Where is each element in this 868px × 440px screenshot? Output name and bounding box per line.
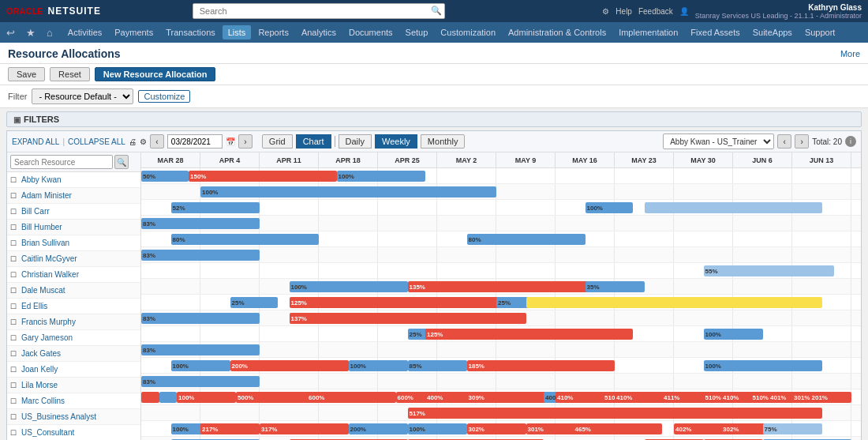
resource-name[interactable]: Bill Humber [20,223,140,231]
info-icon[interactable]: i [845,136,856,147]
gantt-bar[interactable]: 80% [467,234,586,245]
gantt-bar[interactable]: 35% [586,281,645,292]
resource-checkbox[interactable]: ☐ [7,429,20,437]
resource-name[interactable]: Gary Jameson [20,333,140,342]
print-icon[interactable]: 🖨 [129,137,137,146]
gantt-bar[interactable]: 100% [704,329,763,340]
resource-checkbox[interactable]: ☐ [7,239,20,247]
gantt-bar[interactable]: 185% [467,360,615,371]
resource-checkbox[interactable]: ☐ [7,334,20,342]
gantt-bar[interactable]: 125% [290,297,526,308]
resource-search-button[interactable]: 🔍 [114,155,129,169]
resource-prev-button[interactable]: ‹ [777,134,791,149]
gantt-bar[interactable]: 200% [349,423,408,434]
gantt-bar[interactable]: 100% [177,392,236,403]
menu-transactions[interactable]: Transactions [160,25,221,39]
menu-implementation[interactable]: Implementation [613,25,683,39]
more-link[interactable]: More [840,49,860,58]
gantt-bar[interactable]: 302% [467,423,526,434]
star-icon[interactable]: ★ [23,25,39,40]
expand-all-button[interactable]: EXPAND ALL [12,137,59,146]
resource-checkbox[interactable]: ☐ [7,287,20,295]
menu-documents[interactable]: Documents [343,25,398,39]
gantt-bar[interactable]: 309% [467,392,556,403]
resource-checkbox[interactable]: ☐ [7,413,20,421]
gantt-bar[interactable]: 50% [141,171,189,182]
gantt-bar[interactable]: 137% [290,313,526,324]
resource-name[interactable]: US_Business Analyst [20,412,140,421]
gantt-bar[interactable]: 317% [260,423,349,434]
resource-checkbox[interactable]: ☐ [7,318,20,326]
gantt-bar[interactable]: 150% [189,171,337,182]
resource-checkbox[interactable]: ☐ [7,224,20,231]
settings-icon[interactable]: ⚙ [602,7,609,16]
resource-name[interactable]: Bill Carr [20,207,140,216]
menu-fixed-assets[interactable]: Fixed Assets [685,25,745,39]
tab-monthly[interactable]: Monthly [421,134,466,149]
resource-checkbox[interactable]: ☐ [7,208,20,216]
resource-search-input[interactable] [10,155,113,169]
help-link[interactable]: Help [615,7,632,16]
resource-name[interactable]: Abby Kwan [20,175,140,184]
gantt-bar[interactable]: 85% [408,360,467,371]
resource-checkbox[interactable]: ☐ [7,350,20,358]
gantt-bar[interactable]: 83% [141,218,260,229]
gantt-bar[interactable]: 217% [200,423,260,434]
resource-name[interactable]: Caitlin McGyver [20,254,140,263]
resource-dropdown[interactable]: Abby Kwan - US_Trainer [663,134,774,149]
resource-name[interactable]: Jack Gates [20,349,140,358]
gantt-next-button[interactable]: › [238,134,253,149]
settings-gantt-icon[interactable]: ⚙ [140,137,147,146]
gantt-bar[interactable] [141,392,159,403]
menu-suiteapps[interactable]: SuiteApps [747,25,798,39]
gantt-bar[interactable]: 600% [307,392,396,403]
resource-name[interactable]: Dale Muscat [20,286,140,295]
search-input[interactable] [193,3,445,19]
gantt-bar[interactable] [526,297,822,308]
tab-grid[interactable]: Grid [262,134,293,149]
menu-reports[interactable]: Reports [253,25,294,39]
resource-checkbox[interactable]: ☐ [7,176,20,184]
resource-name[interactable]: Adam Minister [20,191,140,200]
menu-support[interactable]: Support [799,25,841,39]
resource-checkbox[interactable]: ☐ [7,255,20,263]
gantt-bar[interactable]: 80% [171,234,320,245]
menu-analytics[interactable]: Analytics [296,25,342,39]
resource-name[interactable]: US_Consultant [20,428,140,437]
house-icon[interactable]: ⌂ [43,25,56,40]
home-icon[interactable]: ↩ [3,25,18,40]
save-button[interactable]: Save [8,67,45,81]
tab-chart[interactable]: Chart [296,134,331,149]
menu-customization[interactable]: Customization [435,25,501,39]
gantt-bar[interactable]: 465% [574,423,663,434]
resource-name[interactable]: Marc Collins [20,397,140,405]
resource-name[interactable]: Christian Walker [20,270,140,279]
gantt-bar[interactable]: 75% [763,423,822,434]
gantt-bar[interactable]: 83% [141,376,260,387]
resource-name[interactable]: Francis Murphy [20,318,140,326]
gantt-bar[interactable]: 52% [171,202,260,213]
gantt-bar[interactable]: 100% [408,423,467,434]
gantt-bar[interactable]: 135% [408,281,615,292]
gantt-bar[interactable] [645,202,822,213]
gantt-bar[interactable]: 517% [408,408,822,419]
gantt-bar[interactable]: 25% [230,297,278,308]
gantt-bar[interactable] [159,392,178,403]
gantt-bar[interactable]: 200% [230,360,349,371]
menu-activities[interactable]: Activities [62,25,107,39]
gantt-bar[interactable]: 125% [425,329,633,340]
gantt-bar[interactable]: 55% [704,265,834,276]
menu-admin[interactable]: Administration & Controls [503,25,612,39]
feedback-link[interactable]: Feedback [638,7,673,16]
menu-payments[interactable]: Payments [109,25,159,39]
gantt-bar[interactable]: 83% [141,344,260,355]
resource-checkbox[interactable]: ☐ [7,366,20,374]
gantt-bar[interactable]: 83% [141,250,260,261]
resource-checkbox[interactable]: ☐ [7,382,20,389]
gantt-prev-button[interactable]: ‹ [150,134,164,149]
resource-checkbox[interactable]: ☐ [7,271,20,279]
tab-daily[interactable]: Daily [339,134,372,149]
gantt-bar[interactable]: 83% [141,313,260,324]
filters-header[interactable]: ▣ FILTERS [7,112,861,126]
collapse-all-button[interactable]: COLLAPSE ALL [68,137,125,146]
